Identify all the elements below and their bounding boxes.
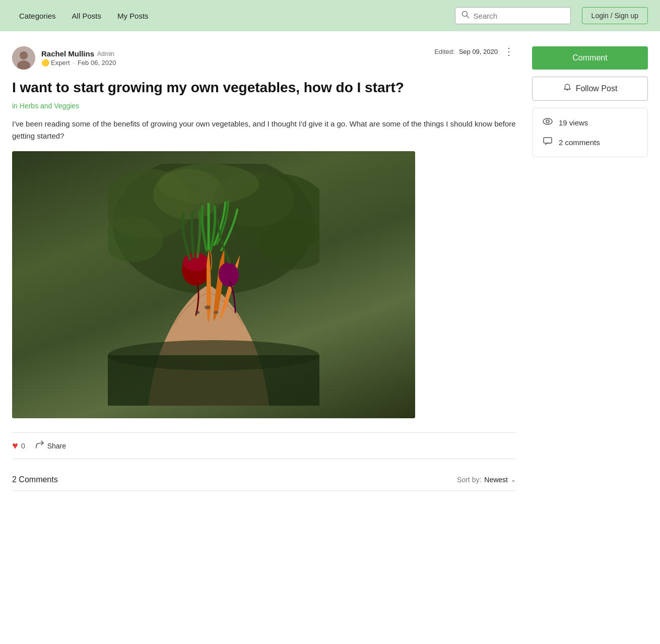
chevron-down-icon: ⌄	[511, 476, 516, 483]
nav-my-posts[interactable]: My Posts	[110, 8, 156, 24]
post-image-inner	[12, 151, 415, 418]
post-title: I want to start growing my own vegetable…	[12, 79, 516, 97]
views-count: 19 views	[559, 118, 588, 127]
author-meta: 🟡 Expert · Feb 06, 2020	[41, 59, 116, 67]
svg-point-21	[543, 118, 552, 124]
author-name: Rachel Mullins	[41, 49, 94, 58]
comments-count-stat: 2 comments	[559, 138, 600, 147]
svg-rect-23	[544, 138, 552, 143]
sort-label: Sort by:	[457, 476, 481, 484]
views-stat: 19 views	[543, 116, 637, 129]
avatar	[12, 46, 35, 70]
svg-point-16	[205, 305, 211, 309]
eye-icon	[543, 116, 553, 129]
follow-post-label: Follow Post	[576, 84, 618, 93]
author-name-row: Rachel Mullins Admin	[41, 49, 116, 58]
expert-badge: 🟡 Expert	[41, 59, 70, 67]
comments-header: 2 Comments Sort by: Newest ⌄	[12, 467, 516, 484]
post-body: I've been reading some of the benefits o…	[12, 118, 516, 142]
share-icon	[35, 440, 44, 452]
comments-count: 2 Comments	[12, 475, 58, 484]
veggie-svg	[108, 164, 319, 406]
share-label: Share	[47, 442, 66, 450]
svg-point-17	[214, 311, 219, 314]
svg-point-20	[108, 340, 319, 370]
sort-by[interactable]: Sort by: Newest ⌄	[457, 476, 516, 484]
post-actions: ♥ 0 Share	[12, 432, 516, 459]
sort-value: Newest	[484, 476, 508, 484]
author-info: Rachel Mullins Admin 🟡 Expert · Feb 06, …	[12, 46, 116, 70]
post-content: Rachel Mullins Admin 🟡 Expert · Feb 06, …	[12, 46, 516, 491]
main-layout: Rachel Mullins Admin 🟡 Expert · Feb 06, …	[0, 31, 660, 511]
comments-divider	[12, 490, 516, 491]
svg-point-3	[20, 51, 28, 59]
svg-point-12	[158, 164, 259, 204]
heart-icon: ♥	[12, 440, 18, 452]
share-button[interactable]: Share	[35, 440, 66, 452]
author-details: Rachel Mullins Admin 🟡 Expert · Feb 06, …	[41, 49, 116, 67]
search-box	[455, 7, 571, 24]
svg-point-18	[195, 311, 200, 314]
post-header: Rachel Mullins Admin 🟡 Expert · Feb 06, …	[12, 46, 516, 70]
sidebar: Comment Follow Post 19 views	[532, 46, 648, 491]
svg-point-14	[183, 253, 209, 271]
svg-line-1	[467, 16, 469, 18]
edited-info: Edited: Sep 09, 2020 ⋮	[434, 46, 516, 56]
stats-card: 19 views 2 comments	[532, 108, 648, 157]
login-button[interactable]: Login / Sign up	[582, 7, 648, 24]
follow-post-button[interactable]: Follow Post	[532, 77, 648, 101]
nav-links: Categories All Posts My Posts	[12, 8, 451, 24]
separator: ·	[73, 59, 75, 67]
search-input[interactable]	[474, 12, 564, 20]
like-count: 0	[21, 442, 25, 450]
expert-icon: 🟡	[41, 59, 49, 67]
like-button[interactable]: ♥ 0	[12, 440, 25, 452]
post-image	[12, 151, 415, 418]
nav-categories[interactable]: Categories	[12, 8, 63, 24]
search-icon	[461, 11, 470, 21]
comments-stat: 2 comments	[543, 136, 637, 149]
post-category[interactable]: in Herbs and Veggies	[12, 102, 516, 110]
more-options-button[interactable]: ⋮	[502, 46, 516, 56]
comment-icon	[543, 136, 553, 149]
edited-date: Sep 09, 2020	[459, 48, 498, 55]
nav-all-posts[interactable]: All Posts	[65, 8, 108, 24]
comment-button[interactable]: Comment	[532, 46, 648, 70]
author-role: Admin	[97, 50, 114, 57]
svg-point-22	[546, 120, 549, 123]
post-date: Feb 06, 2020	[78, 59, 116, 67]
navigation: Categories All Posts My Posts Login / Si…	[0, 0, 660, 31]
bell-icon	[563, 83, 572, 94]
edited-label: Edited:	[434, 48, 454, 55]
